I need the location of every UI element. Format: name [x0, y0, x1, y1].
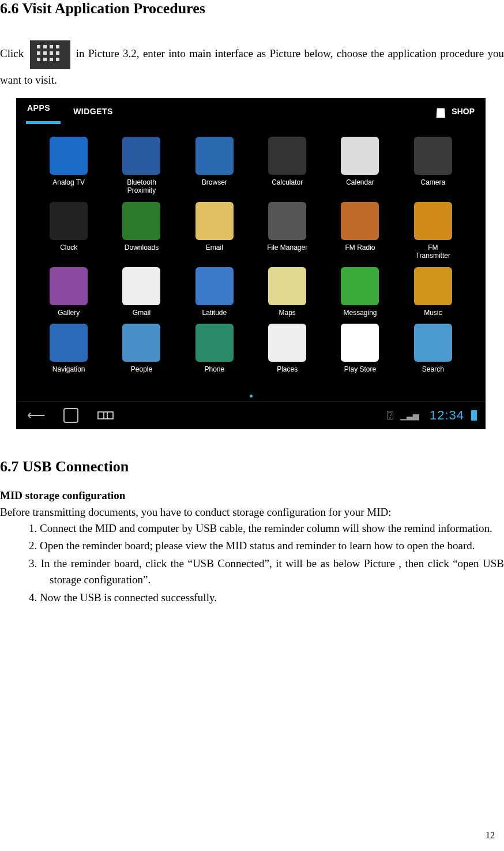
app-label: Browser	[180, 178, 249, 186]
app-label: Latitude	[180, 309, 249, 317]
shop-bag-icon	[434, 105, 447, 118]
app-icon	[268, 324, 306, 362]
app-icon	[341, 267, 379, 305]
app-analog-tv[interactable]: Analog TV	[34, 137, 103, 195]
app-navigation[interactable]: Navigation	[34, 324, 103, 373]
app-label: Bluetooth Proximity	[107, 178, 176, 195]
app-icon	[195, 324, 234, 362]
app-calculator[interactable]: Calculator	[253, 137, 322, 195]
app-icon	[341, 137, 379, 175]
app-gallery[interactable]: Gallery	[34, 267, 103, 317]
app-label: Camera	[398, 178, 468, 186]
app-label: FM Radio	[325, 243, 394, 252]
subheading-mid-storage: MID storage configuration	[0, 489, 504, 502]
shop-button[interactable]: SHOP	[434, 105, 475, 118]
app-icon	[268, 202, 306, 240]
text-click: Click	[0, 47, 28, 59]
step-3: 3. In the reminder board, click the “USB…	[29, 556, 504, 588]
app-icon	[122, 267, 160, 305]
battery-icon	[471, 410, 477, 421]
app-label: Downloads	[107, 243, 176, 252]
app-label: Search	[398, 365, 468, 373]
statusbar-clock: 12:34	[430, 408, 464, 423]
app-icon	[122, 202, 160, 240]
app-places[interactable]: Places	[253, 324, 322, 373]
app-label: Music	[398, 309, 468, 317]
text-rest: in Picture 3.2, enter into main interfac…	[0, 47, 504, 86]
app-icon	[414, 137, 452, 175]
app-icon	[414, 202, 452, 240]
app-fm-transmitter[interactable]: FM Transmitter	[398, 202, 468, 260]
app-icon	[414, 267, 452, 305]
step-4: 4. Now the USB is connected successfully…	[29, 590, 504, 606]
tab-widgets[interactable]: WIDGETS	[73, 107, 113, 116]
app-icon	[122, 324, 160, 362]
app-file-manager[interactable]: File Manager	[253, 202, 322, 260]
recent-apps-button[interactable]	[94, 408, 117, 423]
app-music[interactable]: Music	[398, 267, 468, 317]
app-label: Clock	[34, 243, 103, 252]
app-icon	[50, 267, 88, 305]
app-icon	[50, 324, 88, 362]
app-label: Messaging	[325, 309, 394, 317]
app-label: Phone	[180, 365, 249, 373]
signal-icon: ▁▃▅	[400, 411, 419, 420]
tab-apps[interactable]: APPS	[27, 103, 50, 119]
app-drawer-topbar: APPS WIDGETS SHOP	[17, 99, 485, 124]
system-navbar: ⟵ ⍰ ▁▃▅ 12:34	[17, 401, 485, 429]
heading-6-7: 6.7 USB Connection	[0, 458, 504, 475]
app-icon	[268, 267, 306, 305]
app-label: Places	[253, 365, 322, 373]
paragraph-6-6: Click in Picture 3.2, enter into main in…	[0, 40, 504, 91]
app-browser[interactable]: Browser	[180, 137, 249, 195]
app-icon	[195, 267, 234, 305]
back-button[interactable]: ⟵	[25, 408, 48, 423]
app-icon	[341, 202, 379, 240]
home-button[interactable]	[59, 408, 82, 423]
app-icon	[50, 202, 88, 240]
heading-6-6: 6.6 Visit Application Procedures	[0, 0, 504, 17]
app-label: People	[107, 365, 176, 373]
android-icon: ⍰	[387, 409, 393, 421]
pagination-indicator	[17, 394, 485, 401]
app-latitude[interactable]: Latitude	[180, 267, 249, 317]
app-messaging[interactable]: Messaging	[325, 267, 394, 317]
app-drawer-icon	[30, 40, 70, 69]
app-bluetooth-proximity[interactable]: Bluetooth Proximity	[107, 137, 176, 195]
app-fm-radio[interactable]: FM Radio	[325, 202, 394, 260]
app-icon	[195, 137, 234, 175]
app-maps[interactable]: Maps	[253, 267, 322, 317]
app-label: Calendar	[325, 178, 394, 186]
tab-underline	[26, 121, 61, 124]
app-camera[interactable]: Camera	[398, 137, 468, 195]
intro-text: Before transmitting documents, you have …	[0, 504, 504, 520]
app-phone[interactable]: Phone	[180, 324, 249, 373]
app-label: FM Transmitter	[398, 243, 468, 260]
app-label: Analog TV	[34, 178, 103, 186]
app-people[interactable]: People	[107, 324, 176, 373]
app-email[interactable]: Email	[180, 202, 249, 260]
step-2: 2. Open the reminder board; please view …	[29, 538, 504, 554]
steps-list: 1. Connect the MID and computer by USB c…	[29, 520, 504, 606]
apps-grid: Analog TVBluetooth ProximityBrowserCalcu…	[17, 124, 485, 394]
app-icon	[195, 202, 234, 240]
device-screenshot: APPS WIDGETS SHOP Analog TVBluetooth Pro…	[16, 98, 486, 429]
app-icon	[122, 137, 160, 175]
step-1: 1. Connect the MID and computer by USB c…	[29, 520, 504, 537]
app-label: Gmail	[107, 309, 176, 317]
app-play-store[interactable]: Play Store	[325, 324, 394, 373]
app-icon	[50, 137, 88, 175]
app-icon	[341, 324, 379, 362]
app-label: Navigation	[34, 365, 103, 373]
app-icon	[268, 137, 306, 175]
app-label: Calculator	[253, 178, 322, 186]
app-label: Email	[180, 243, 249, 252]
shop-label: SHOP	[452, 107, 475, 116]
app-calendar[interactable]: Calendar	[325, 137, 394, 195]
app-gmail[interactable]: Gmail	[107, 267, 176, 317]
app-search[interactable]: Search	[398, 324, 468, 373]
app-clock[interactable]: Clock	[34, 202, 103, 260]
app-label: Gallery	[34, 309, 103, 317]
app-downloads[interactable]: Downloads	[107, 202, 176, 260]
app-label: File Manager	[253, 243, 322, 252]
